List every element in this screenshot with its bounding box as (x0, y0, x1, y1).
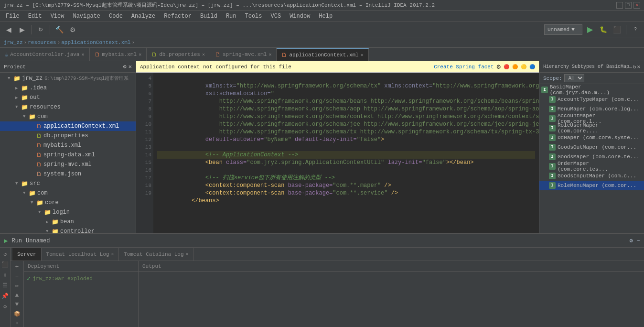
run-settings-icon[interactable]: ⚙ (630, 237, 633, 244)
menu-help[interactable]: Help (315, 12, 336, 21)
breadcrumb-item-0[interactable]: jrw_zz (4, 40, 23, 45)
tree-item-mybatis[interactable]: 🗋 mybatis.xml (0, 141, 136, 150)
tab-server[interactable]: Server (12, 248, 42, 261)
hierarchy-label-goodsoutmaper: GoodsOutMaper (com.cor... (558, 144, 636, 150)
hierarchy-close-icon[interactable]: ✕ (637, 64, 640, 70)
tree-item-src-com[interactable]: ▼ 📁 com (0, 188, 136, 198)
settings-btn[interactable]: ⚙ (67, 24, 78, 35)
deployment-item-jrw[interactable]: ✓ jrw_zz:war exploded (26, 273, 136, 283)
tomcat-catalina-close[interactable]: ✕ (185, 251, 188, 257)
hierarchy-ddmaper[interactable]: I DdMaper (com.core.syste... (539, 133, 644, 142)
project-close-icon[interactable]: ✕ (129, 63, 132, 70)
code-text[interactable]: xmlns:tx="http://www.springframework.org… (153, 73, 539, 233)
tomcat-localhost-close[interactable]: ✕ (111, 251, 114, 257)
tab-close-accountcontroller[interactable]: ✕ (81, 52, 84, 57)
edit-icon[interactable]: ✏ (12, 282, 22, 290)
tab-mybatis[interactable]: 🗋 mybatis.xml ✕ (90, 48, 147, 61)
breadcrumb-item-2[interactable]: applicationContext.xml (61, 40, 130, 45)
back-btn[interactable]: ◀ (3, 24, 14, 35)
add-icon[interactable]: + (12, 263, 22, 271)
menu-navigate[interactable]: Navigate (69, 12, 104, 21)
menu-view[interactable]: View (47, 12, 68, 21)
run-configuration-dropdown[interactable]: Unnamed ▼ (544, 24, 582, 35)
tree-item-login[interactable]: ▼ 📁 login (0, 207, 136, 217)
scroll-icon[interactable]: ⇩ (1, 271, 10, 279)
menu-tools[interactable]: Tools (241, 12, 266, 21)
menu-run[interactable]: Run (222, 12, 240, 21)
tab-applicationcontext[interactable]: 🗋 applicationContext.xml ✕ (277, 48, 368, 61)
tree-item-springmvc[interactable]: 🗋 spring-mvc.xml (0, 160, 136, 169)
build-btn[interactable]: 🔨 (54, 24, 65, 35)
tree-item-resources[interactable]: ▼ 📁 resources (0, 102, 136, 112)
menu-file[interactable]: File (2, 12, 23, 21)
gear-icon[interactable]: ⚙ (1, 302, 10, 311)
tree-label-dbproperties: db.properties (43, 132, 88, 139)
tree-item-controller[interactable]: ▼ 📁 controller (0, 227, 136, 233)
code-editor[interactable]: 4 5 6 7 8 9 10 11 12 13 14 15 16 17 18 1… (136, 73, 539, 233)
tree-item-dbproperties[interactable]: 🗋 db.properties (0, 131, 136, 141)
menu-analyze[interactable]: Analyze (128, 12, 159, 21)
hierarchy-accountmaper[interactable]: I AccountMaper (com.core.l... (539, 114, 644, 123)
hierarchy-goodsoutmaper[interactable]: I GoodsOutMaper (com.cor... (539, 142, 644, 152)
tree-item-src[interactable]: ▼ 📁 src (0, 179, 136, 188)
scope-select[interactable]: All (564, 74, 584, 82)
hierarchy-rolemenumaper[interactable]: I RoleMenuMaper (com.cor... (539, 181, 644, 190)
stop-icon[interactable]: ⬛ (1, 260, 10, 269)
create-spring-facet-link[interactable]: Create Spring facet (434, 64, 494, 70)
tree-item-systemjson[interactable]: 🗋 system.json (0, 169, 136, 179)
tree-item-springdata[interactable]: 🗋 spring-data.xml (0, 150, 136, 160)
tree-item-core[interactable]: ▼ 📁 core (0, 198, 136, 207)
debug-btn[interactable]: 🐛 (598, 24, 609, 35)
pin-icon[interactable]: 📌 (1, 292, 10, 300)
tree-item-idea[interactable]: ▶ 📁 .idea (0, 83, 136, 93)
hierarchy-basicmaper[interactable]: I BasicMaper (com.jryz.dao.m...) (539, 85, 644, 95)
restart-icon[interactable]: ↺ (1, 250, 10, 258)
tree-item-applicationcontext[interactable]: 🗋 applicationContext.xml (0, 121, 136, 131)
menu-code[interactable]: Code (105, 12, 127, 21)
hierarchy-accounttypemaper[interactable]: I AccountTypeMaper (com.c... (539, 95, 644, 104)
forward-btn[interactable]: ▶ (16, 24, 28, 35)
tab-dbproperties[interactable]: 🗋 db.properties ✕ (147, 48, 210, 61)
maximize-btn[interactable]: □ (625, 2, 632, 9)
hierarchy-ordermaper[interactable]: I OrderMaper (com.core.tes... (539, 162, 644, 171)
remove-icon[interactable]: – (12, 272, 22, 281)
minimize-btn[interactable]: – (616, 2, 623, 9)
help-btn[interactable]: ? (630, 24, 641, 35)
hierarchy-menumaper[interactable]: I MenuMaper (com.core.log... (539, 104, 644, 114)
menu-build[interactable]: Build (196, 12, 221, 21)
menu-vcs[interactable]: VCS (267, 12, 285, 21)
warning-settings-icon[interactable]: ⚙ (497, 63, 501, 71)
refresh-btn[interactable]: ↻ (35, 24, 46, 35)
run-close-icon[interactable]: – (637, 238, 640, 244)
menu-edit[interactable]: Edit (24, 12, 46, 21)
export-icon[interactable]: ⬆ (12, 319, 22, 327)
tab-close-springmvc[interactable]: ✕ (268, 52, 271, 57)
tree-item-root[interactable]: ▼ 📁 jrw_zz G:\tmp\2779-SSM-Mysql超市管理系 (0, 74, 136, 83)
deploy-up-icon[interactable]: ▲ (12, 291, 22, 299)
tab-close-dbproperties[interactable]: ✕ (202, 52, 205, 57)
tab-close-applicationcontext[interactable]: ✕ (361, 52, 364, 58)
window-controls[interactable]: – □ ✕ (616, 2, 640, 9)
filter-icon[interactable]: ☰ (1, 281, 10, 290)
hierarchy-goodsinputmaper[interactable]: I GoodsInputMaper (com.c... (539, 171, 644, 181)
tree-item-bean[interactable]: ▶ 📁 bean (0, 217, 136, 227)
menu-refactor[interactable]: Refactor (160, 12, 195, 21)
hierarchy-roleusermaper[interactable]: I RoleUserMaper (com.core.... (539, 123, 644, 133)
close-btn[interactable]: ✕ (633, 2, 640, 9)
menu-window[interactable]: Window (286, 12, 314, 21)
tab-springmvc[interactable]: 🗋 spring-mvc.xml ✕ (210, 48, 277, 61)
stop-btn[interactable]: ⬛ (611, 24, 623, 35)
run-btn[interactable]: ▶ (584, 24, 596, 35)
hierarchy-refresh-icon[interactable]: ↻ (633, 64, 636, 70)
tree-item-out[interactable]: ▶ 📁 out (0, 93, 136, 102)
tree-item-resources-com[interactable]: ▼ 📁 com (0, 112, 136, 121)
hierarchy-goodsmaper[interactable]: I GoodsMaper (com.core.te... (539, 152, 644, 162)
tab-accountcontroller[interactable]: ☕ AccountController.java ✕ (0, 48, 90, 61)
tab-tomcat-localhost[interactable]: Tomcat Localhost Log ✕ (42, 248, 119, 261)
tab-tomcat-catalina[interactable]: Tomcat Catalina Log ✕ (119, 248, 193, 261)
breadcrumb-item-1[interactable]: resources (28, 40, 56, 45)
project-gear-icon[interactable]: ⚙ (123, 63, 127, 70)
tab-close-mybatis[interactable]: ✕ (139, 52, 141, 57)
deploy-icon[interactable]: 📦 (12, 310, 22, 318)
deploy-down-icon[interactable]: ▼ (12, 300, 22, 308)
